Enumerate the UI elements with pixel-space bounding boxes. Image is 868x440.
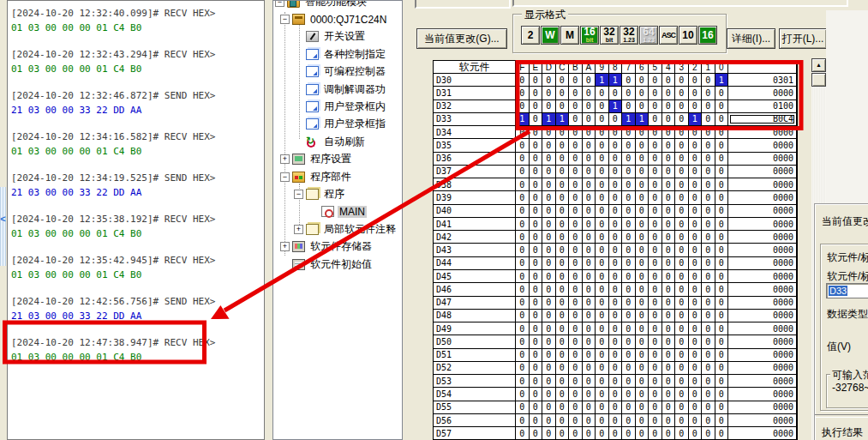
bit-cell[interactable]: 0	[715, 414, 729, 427]
value-cell[interactable]: 0000	[728, 153, 797, 166]
bit-cell[interactable]: 0	[596, 113, 609, 126]
bit-cell[interactable]: 0	[715, 388, 729, 401]
bit-cell[interactable]: 0	[702, 205, 715, 218]
bit-cell[interactable]: 0	[702, 139, 715, 152]
expand-icon[interactable]: +	[280, 242, 290, 251]
bit-cell[interactable]: 0	[583, 297, 596, 310]
bit-cell[interactable]: 0	[622, 153, 636, 166]
bit-cell[interactable]: 0	[556, 166, 570, 178]
bit-cell[interactable]: 0	[596, 178, 609, 191]
bit-cell[interactable]: 0	[649, 231, 662, 244]
bit-cell[interactable]: 0	[609, 310, 623, 322]
bit-cell[interactable]: 0	[636, 166, 650, 178]
bit-cell[interactable]: 0	[569, 401, 583, 414]
bit-cell[interactable]: 0	[596, 87, 609, 99]
value-cell[interactable]: 0100	[728, 100, 797, 113]
format-16bit-button[interactable]: 16bit	[580, 26, 599, 45]
bit-cell[interactable]: 0	[516, 231, 530, 244]
bit-cell[interactable]: 0	[596, 139, 609, 152]
bit-cell[interactable]: 0	[636, 388, 650, 401]
bit-cell[interactable]: 0	[556, 270, 570, 283]
device-cell[interactable]: D34	[434, 126, 516, 139]
collapse-icon[interactable]: −	[275, 0, 284, 7]
value-cell[interactable]: 0000	[728, 218, 797, 231]
bit-cell[interactable]: 0	[689, 401, 703, 414]
bit-cell[interactable]: 0	[662, 297, 676, 310]
bit-cell[interactable]: 0	[516, 218, 530, 231]
bit-cell[interactable]: 0	[596, 388, 609, 401]
bit-cell[interactable]: 0	[636, 335, 650, 348]
bit-cell[interactable]: 0	[609, 126, 623, 139]
bit-cell[interactable]: 0	[622, 74, 636, 87]
bit-cell[interactable]: 0	[569, 414, 583, 427]
bit-cell[interactable]: 0	[622, 297, 636, 310]
bit-cell[interactable]: 0	[662, 414, 676, 427]
bit-cell[interactable]: 0	[596, 153, 609, 166]
bit-cell[interactable]: 0	[675, 139, 689, 152]
bit-cell[interactable]: 0	[636, 100, 650, 113]
bit-cell[interactable]: 0	[609, 153, 623, 166]
device-cell[interactable]: D43	[434, 244, 516, 256]
bit-cell[interactable]: 1	[556, 113, 570, 126]
tree-item[interactable]: 各种控制指定	[273, 45, 402, 63]
bit-cell[interactable]: 0	[542, 427, 556, 440]
bit-cell[interactable]: 0	[662, 166, 676, 178]
bit-cell[interactable]: 0	[675, 218, 689, 231]
value-cell[interactable]: 0000	[728, 349, 797, 362]
bit-cell[interactable]: 0	[649, 388, 662, 401]
bit-cell[interactable]: 0	[569, 74, 583, 87]
bit-cell[interactable]: 0	[715, 362, 729, 375]
bit-cell[interactable]: 0	[662, 87, 676, 99]
bit-cell[interactable]: 0	[662, 178, 676, 191]
device-cell[interactable]: D48	[434, 310, 516, 322]
bit-cell[interactable]: 0	[675, 310, 689, 322]
bit-cell[interactable]: 0	[530, 139, 543, 152]
bit-cell[interactable]: 0	[649, 414, 662, 427]
bit-cell[interactable]: 0	[542, 349, 556, 362]
bit-cell[interactable]: 0	[689, 427, 703, 440]
bit-cell[interactable]: 0	[675, 362, 689, 375]
bit-cell[interactable]: 0	[596, 244, 609, 256]
bit-cell[interactable]: 0	[569, 244, 583, 256]
bit-cell[interactable]: 0	[542, 244, 556, 256]
bit-cell[interactable]: 0	[583, 126, 596, 139]
format-multipoint-button[interactable]: M	[560, 26, 579, 45]
bit-cell[interactable]: 0	[689, 283, 703, 296]
bit-cell[interactable]: 0	[609, 322, 623, 335]
bit-cell[interactable]: 0	[609, 349, 623, 362]
bit-cell[interactable]: 0	[649, 244, 662, 256]
bit-cell[interactable]: 0	[675, 427, 689, 440]
bit-cell[interactable]: 0	[715, 153, 729, 166]
bit-cell[interactable]: 0	[542, 270, 556, 283]
bit-cell[interactable]: 0	[662, 231, 676, 244]
bit-cell[interactable]: 0	[715, 297, 729, 310]
bit-cell[interactable]: 0	[516, 257, 530, 270]
bit-cell[interactable]: 0	[556, 257, 570, 270]
bit-cell[interactable]: 0	[636, 87, 650, 99]
bit-cell[interactable]: 0	[569, 205, 583, 218]
bit-cell[interactable]: 0	[596, 401, 609, 414]
bit-cell[interactable]: 0	[542, 388, 556, 401]
value-cell[interactable]: 0000	[728, 388, 797, 401]
value-cell[interactable]: 0000	[728, 283, 797, 296]
scroll-up-icon[interactable]: ▲	[811, 58, 826, 72]
value-cell[interactable]: 0000	[728, 401, 797, 414]
device-cell[interactable]: D30	[434, 74, 516, 87]
bit-cell[interactable]: 0	[516, 388, 530, 401]
bit-cell[interactable]: 0	[636, 205, 650, 218]
bit-cell[interactable]: 0	[675, 270, 689, 283]
bit-cell[interactable]: 0	[542, 257, 556, 270]
bit-cell[interactable]: 0	[583, 139, 596, 152]
bit-cell[interactable]: 0	[715, 270, 729, 283]
bit-cell[interactable]: 0	[715, 113, 729, 126]
bit-cell[interactable]: 0	[609, 401, 623, 414]
tree-item[interactable]: 软元件初始值	[273, 256, 402, 273]
bit-cell[interactable]: 0	[583, 427, 596, 440]
bit-cell[interactable]: 0	[542, 335, 556, 348]
bit-cell[interactable]: 0	[569, 153, 583, 166]
bit-cell[interactable]: 0	[516, 205, 530, 218]
device-cell[interactable]: D35	[434, 139, 516, 152]
bit-cell[interactable]: 0	[556, 322, 570, 335]
bit-cell[interactable]: 0	[530, 113, 543, 126]
bit-cell[interactable]: 0	[662, 270, 676, 283]
